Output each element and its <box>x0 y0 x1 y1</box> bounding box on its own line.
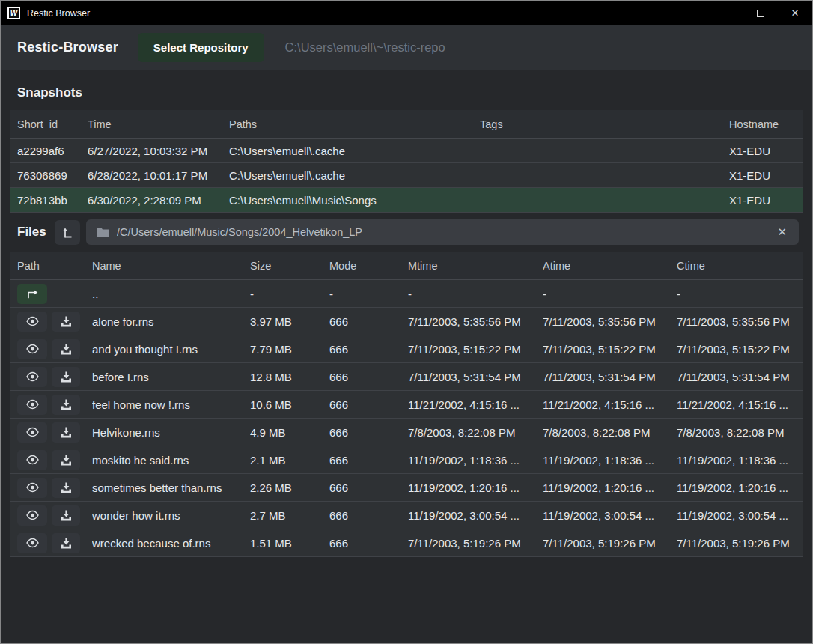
download-icon <box>61 538 72 549</box>
preview-file-button[interactable] <box>17 533 47 553</box>
file-atime: - <box>543 288 677 300</box>
page-title: Restic-Browser <box>17 40 118 55</box>
file-ctime: 7/11/2003, 5:35:56 PM <box>677 315 803 328</box>
maximize-button[interactable] <box>743 1 778 25</box>
eye-icon <box>25 455 40 465</box>
download-file-button[interactable] <box>52 422 80 443</box>
files-table: Path Name Size Mode Mtime Atime Ctime <box>10 252 803 557</box>
snapshot-hostname: X1-EDU <box>729 194 803 207</box>
files-section-title: Files <box>17 225 55 240</box>
download-file-button[interactable] <box>52 339 80 359</box>
file-mtime: 11/19/2002, 3:00:54 ... <box>408 509 543 522</box>
file-row: wonder how it.rns 2.7 MB 666 11/19/2002,… <box>10 502 803 529</box>
file-mode: 666 <box>329 482 408 494</box>
repository-path-field[interactable]: C:\Users\emuell\~\restic-repo <box>285 40 445 55</box>
download-icon <box>61 316 72 327</box>
column-header-hostname: Hostname <box>729 118 803 130</box>
file-row: sometimes better than.rns 2.26 MB 666 11… <box>10 474 803 502</box>
file-size: 4.9 MB <box>250 426 329 439</box>
file-mode: - <box>329 288 408 300</box>
snapshot-time: 6/28/2022, 10:01:17 PM <box>88 169 229 182</box>
preview-file-button[interactable] <box>17 478 47 498</box>
preview-file-button[interactable] <box>17 422 47 443</box>
column-header-mode: Mode <box>329 260 408 272</box>
file-ctime: 11/19/2002, 1:18:36 ... <box>677 454 803 467</box>
download-file-button[interactable] <box>52 312 80 332</box>
select-repository-button[interactable]: Select Repository <box>138 33 264 62</box>
go-parent-directory-button[interactable] <box>17 284 47 304</box>
file-atime: 7/11/2003, 5:15:22 PM <box>543 343 677 356</box>
file-ctime: 7/8/2003, 8:22:08 PM <box>677 426 803 439</box>
column-header-name: Name <box>92 260 250 272</box>
current-path-value: /C/Users/emuell/Music/Songs/2004_Helveti… <box>117 226 776 238</box>
preview-file-button[interactable] <box>17 367 47 387</box>
snapshot-time: 6/27/2022, 10:03:32 PM <box>88 145 229 157</box>
file-mode: 666 <box>329 537 408 550</box>
minimize-button[interactable] <box>709 1 743 25</box>
eye-icon <box>25 510 40 520</box>
file-mode: 666 <box>329 343 408 356</box>
arrow-turn-up-right-icon <box>25 288 39 299</box>
preview-file-button[interactable] <box>17 312 47 332</box>
file-ctime: 7/11/2003, 5:19:26 PM <box>677 537 803 550</box>
file-mtime: 7/11/2003, 5:19:26 PM <box>408 537 543 550</box>
preview-file-button[interactable] <box>17 450 47 470</box>
file-row: wrecked because of.rns 1.51 MB 666 7/11/… <box>10 529 803 557</box>
file-atime: 7/11/2003, 5:31:54 PM <box>543 371 677 383</box>
file-mtime: 11/19/2002, 1:20:16 ... <box>408 482 543 494</box>
download-file-button[interactable] <box>52 395 80 415</box>
eye-icon <box>25 399 40 410</box>
snapshot-row[interactable]: 76306869 6/28/2022, 10:01:17 PM C:\Users… <box>10 163 803 188</box>
column-header-mtime: Mtime <box>408 260 543 272</box>
file-name: moskito he said.rns <box>92 454 250 467</box>
snapshot-paths: C:\Users\emuell\.cache <box>229 169 480 182</box>
file-name: and you thought I.rns <box>92 343 250 356</box>
download-file-button[interactable] <box>52 505 80 526</box>
download-icon <box>61 510 72 521</box>
column-header-tags: Tags <box>480 118 729 130</box>
file-mode: 666 <box>329 426 408 439</box>
file-ctime: 7/11/2003, 5:15:22 PM <box>677 343 803 356</box>
file-mtime: 7/11/2003, 5:15:22 PM <box>408 343 543 356</box>
file-atime: 11/19/2002, 1:18:36 ... <box>543 454 677 467</box>
file-mode: 666 <box>329 509 408 522</box>
download-file-button[interactable] <box>52 478 80 498</box>
current-path-input[interactable]: /C/Users/emuell/Music/Songs/2004_Helveti… <box>86 219 799 245</box>
close-icon: ✕ <box>791 7 800 19</box>
preview-file-button[interactable] <box>17 395 47 415</box>
column-header-short-id: Short_id <box>17 118 88 130</box>
snapshot-row[interactable]: a2299af6 6/27/2022, 10:03:32 PM C:\Users… <box>10 139 803 163</box>
file-mtime: 7/11/2003, 5:31:54 PM <box>408 371 543 383</box>
close-button[interactable]: ✕ <box>778 1 812 25</box>
file-atime: 11/21/2002, 4:15:16 ... <box>543 398 677 411</box>
header: Restic-Browser Select Repository C:\User… <box>1 25 812 70</box>
file-name: before I.rns <box>92 371 250 383</box>
download-icon <box>61 399 72 410</box>
column-header-atime: Atime <box>543 260 677 272</box>
download-file-button[interactable] <box>52 367 80 387</box>
file-row: moskito he said.rns 2.1 MB 666 11/19/200… <box>10 446 803 474</box>
snapshot-row[interactable]: 72b813bb 6/30/2022, 2:28:09 PM C:\Users\… <box>10 188 803 213</box>
download-file-button[interactable] <box>52 533 80 553</box>
parent-directory-row: .. - - - - - <box>10 280 803 308</box>
snapshot-time: 6/30/2022, 2:28:09 PM <box>88 194 229 207</box>
preview-file-button[interactable] <box>17 339 47 359</box>
eye-icon <box>25 344 40 354</box>
file-mode: 666 <box>329 454 408 467</box>
file-atime: 11/19/2002, 1:20:16 ... <box>543 482 677 494</box>
level-up-button[interactable] <box>55 220 80 245</box>
column-header-ctime: Ctime <box>677 260 803 272</box>
snapshots-section-title: Snapshots <box>1 70 812 110</box>
clear-path-button[interactable]: ✕ <box>776 225 788 239</box>
file-row: Helvikone.rns 4.9 MB 666 7/8/2003, 8:22:… <box>10 419 803 446</box>
restic-browser-window: W Restic Browser ✕ Restic-Browser Select… <box>0 0 813 644</box>
file-size: 2.7 MB <box>250 509 329 522</box>
file-mode: 666 <box>329 315 408 328</box>
download-file-button[interactable] <box>52 450 80 470</box>
file-size: 1.51 MB <box>250 537 329 550</box>
file-mtime: 11/19/2002, 1:18:36 ... <box>408 454 543 467</box>
preview-file-button[interactable] <box>17 505 47 526</box>
file-atime: 7/11/2003, 5:19:26 PM <box>543 537 677 550</box>
column-header-size: Size <box>250 260 329 272</box>
file-size: 7.79 MB <box>250 343 329 356</box>
